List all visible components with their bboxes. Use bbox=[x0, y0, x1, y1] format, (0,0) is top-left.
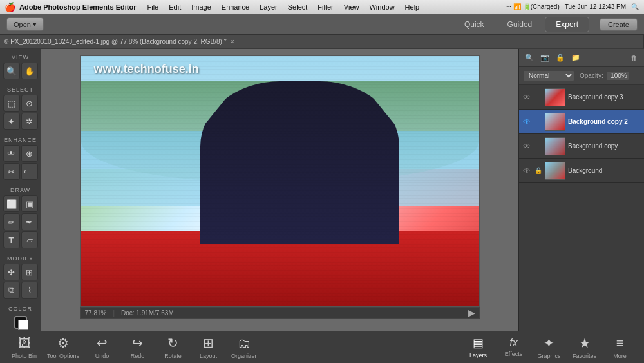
undo-button[interactable]: ↩ Undo bbox=[84, 333, 120, 362]
layers-icon: ▤ bbox=[473, 336, 484, 350]
search-icon[interactable]: 🔍 bbox=[631, 3, 639, 10]
marquee-tool[interactable]: ⬚ bbox=[3, 95, 20, 112]
canvas-image[interactable]: www.technofuse.in bbox=[80, 55, 480, 307]
menu-select[interactable]: Select bbox=[283, 3, 312, 12]
layer-visibility-bg-copy[interactable]: 👁 bbox=[522, 142, 532, 151]
enhance-tools-1: 👁 ⊕ bbox=[3, 145, 38, 162]
menu-help[interactable]: Help bbox=[401, 3, 424, 12]
tool-options-button[interactable]: ⚙ Tool Options bbox=[42, 333, 84, 362]
menu-edit[interactable]: Edit bbox=[164, 3, 185, 12]
straighten-tool[interactable]: ⌇ bbox=[21, 282, 38, 299]
layer-row-bg[interactable]: 👁 🔒 Background bbox=[519, 159, 644, 183]
menu-file[interactable]: File bbox=[143, 3, 164, 12]
rotate-label: Rotate bbox=[164, 353, 182, 359]
more-button[interactable]: ≡ More bbox=[602, 333, 638, 362]
rotate-icon: ↻ bbox=[167, 335, 178, 351]
blend-mode-select[interactable]: Normal bbox=[523, 70, 574, 81]
clock: Tue Jun 12 12:43 PM bbox=[565, 3, 626, 10]
layer-thumb-bg-copy-2 bbox=[545, 113, 565, 131]
recompose-tool[interactable]: ⧉ bbox=[3, 282, 20, 299]
move-tool[interactable]: ✣ bbox=[3, 264, 20, 280]
lasso-tool[interactable]: ⊙ bbox=[21, 95, 38, 112]
undo-label: Undo bbox=[95, 353, 109, 359]
smart-brush-tool[interactable]: ⟵ bbox=[21, 163, 38, 180]
opacity-input[interactable] bbox=[606, 71, 629, 81]
layers-search-icon[interactable]: 🔍 bbox=[523, 52, 536, 64]
organizer-button[interactable]: 🗂 Organizer bbox=[226, 333, 262, 362]
canvas-person bbox=[200, 81, 399, 244]
healing-tool[interactable]: ⊕ bbox=[21, 145, 38, 162]
main-area: VIEW 🔍 ✋ SELECT ⬚ ⊙ ✦ ✲ ENHANCE 👁 ⊕ ✂ ⟵ … bbox=[0, 49, 644, 331]
menubar: 🍎 Adobe Photoshop Elements Editor File E… bbox=[0, 0, 644, 14]
menu-layer[interactable]: Layer bbox=[255, 3, 282, 12]
tab-quick[interactable]: Quick bbox=[454, 17, 495, 32]
layers-lock-icon[interactable]: 🔒 bbox=[554, 52, 567, 64]
app-title: Adobe Photoshop Elements Editor bbox=[19, 3, 137, 11]
layers-folder-icon[interactable]: 📁 bbox=[569, 52, 582, 64]
photo-bin-button[interactable]: 🖼 Photo Bin bbox=[6, 333, 42, 362]
open-button[interactable]: Open ▾ bbox=[6, 17, 44, 31]
tab-expert[interactable]: Expert bbox=[545, 17, 589, 32]
layer-visibility-bg-copy-2[interactable]: 👁 bbox=[522, 117, 532, 126]
color-tools bbox=[12, 314, 29, 331]
redo-button[interactable]: ↪ Redo bbox=[120, 333, 155, 362]
view-modes: Quick Guided Expert bbox=[454, 17, 589, 32]
layer-row-bg-copy-3[interactable]: 👁 Background copy 3 bbox=[519, 85, 644, 110]
menu-image[interactable]: Image bbox=[187, 3, 216, 12]
close-tab-button[interactable]: × bbox=[231, 37, 234, 45]
status-bar: ⋯ 📶 🔋(Charged) Tue Jun 12 12:43 PM 🔍 bbox=[505, 3, 644, 10]
magic-wand-tool[interactable]: ✲ bbox=[21, 113, 38, 130]
scroll-right-arrow[interactable]: ▶ bbox=[468, 308, 475, 318]
favorites-icon: ★ bbox=[579, 335, 591, 351]
apple-menu[interactable]: 🍎 bbox=[0, 2, 19, 12]
blend-opacity-row: Normal Opacity: bbox=[519, 67, 644, 85]
brush-tool[interactable]: ✏ bbox=[3, 213, 20, 230]
enhance-tools-2: ✂ ⟵ bbox=[3, 163, 38, 180]
layers-delete-icon[interactable]: 🗑 bbox=[627, 52, 640, 64]
text-tool[interactable]: T bbox=[3, 231, 20, 248]
rotate-button[interactable]: ↻ Rotate bbox=[155, 333, 191, 362]
create-button[interactable]: Create bbox=[600, 18, 638, 31]
quick-select-tool[interactable]: ✦ bbox=[3, 113, 20, 130]
layer-row-bg-copy[interactable]: 👁 Background copy bbox=[519, 134, 644, 159]
zoom-level: 77.81% bbox=[85, 309, 107, 317]
fill-tool[interactable]: ▣ bbox=[21, 195, 38, 212]
eraser-tool[interactable]: ⬜ bbox=[3, 195, 20, 212]
menu-view[interactable]: View bbox=[339, 3, 364, 12]
menu-enhance[interactable]: Enhance bbox=[217, 3, 254, 12]
layout-button[interactable]: ⊞ Layout bbox=[191, 333, 226, 362]
graphics-button[interactable]: ✦ Graphics bbox=[531, 333, 567, 362]
layer-name-bg-copy-3: Background copy 3 bbox=[568, 93, 641, 101]
shape-tool[interactable]: ▱ bbox=[21, 231, 38, 248]
crop-tool[interactable]: ⊞ bbox=[21, 264, 38, 280]
layers-button[interactable]: ▤ Layers bbox=[460, 333, 496, 361]
hand-tool[interactable]: ✋ bbox=[21, 63, 38, 79]
modify-tools-1: ✣ ⊞ bbox=[3, 264, 38, 280]
enhance-section-label: ENHANCE bbox=[4, 137, 37, 143]
opacity-label: Opacity: bbox=[580, 72, 603, 79]
canvas-watermark: www.technofuse.in bbox=[94, 63, 199, 76]
tab-guided[interactable]: Guided bbox=[497, 17, 543, 32]
menu-filter[interactable]: Filter bbox=[313, 3, 337, 12]
undo-icon: ↩ bbox=[97, 335, 108, 351]
layer-visibility-bg[interactable]: 👁 bbox=[522, 166, 532, 175]
favorites-button[interactable]: ★ Favorites bbox=[567, 333, 602, 362]
effects-button[interactable]: fx Effects bbox=[496, 335, 531, 360]
menu-window[interactable]: Window bbox=[365, 3, 399, 12]
zoom-tool[interactable]: 🔍 bbox=[3, 63, 20, 79]
redo-icon: ↪ bbox=[132, 335, 143, 351]
layers-camera-icon[interactable]: 📷 bbox=[538, 52, 551, 64]
pencil-tool[interactable]: ✒ bbox=[21, 213, 38, 230]
draw-section-label: DRAW bbox=[10, 187, 30, 193]
tool-options-label: Tool Options bbox=[47, 353, 79, 359]
foreground-color[interactable] bbox=[14, 316, 27, 329]
red-eye-tool[interactable]: 👁 bbox=[3, 145, 20, 162]
tool-options-icon: ⚙ bbox=[57, 335, 69, 351]
layer-visibility-bg-copy-3[interactable]: 👁 bbox=[522, 93, 532, 102]
bottom-toolbar: 🖼 Photo Bin ⚙ Tool Options ↩ Undo ↪ Redo… bbox=[0, 331, 644, 363]
select-section-label: SELECT bbox=[7, 86, 33, 93]
layer-name-bg-copy: Background copy bbox=[568, 142, 641, 150]
layer-row-bg-copy-2[interactable]: 👁 Background copy 2 bbox=[519, 110, 644, 134]
document-tab[interactable]: © PX_20120310_1324J_edited-1.jpg @ 77.8%… bbox=[0, 35, 644, 49]
clone-tool[interactable]: ✂ bbox=[3, 163, 20, 180]
